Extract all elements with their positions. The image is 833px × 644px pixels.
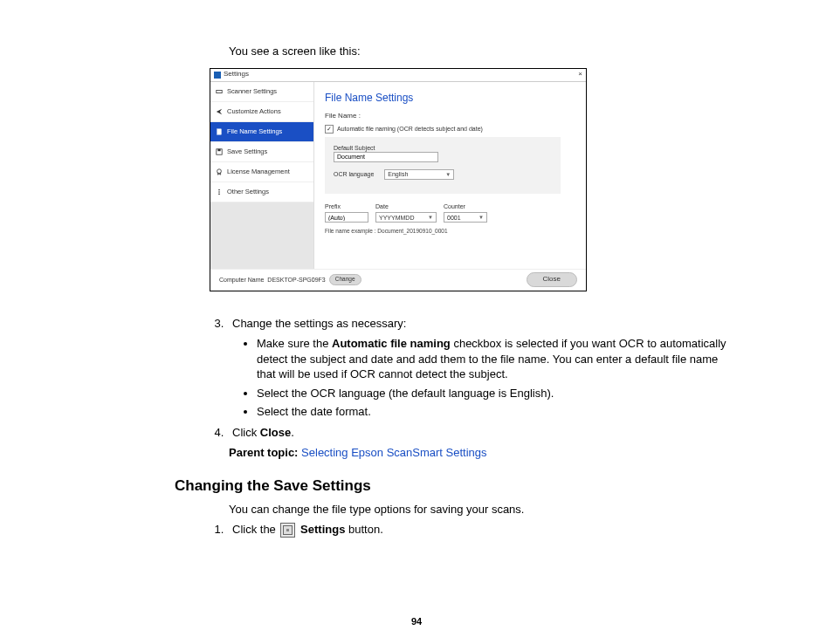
parent-topic-link[interactable]: Selecting Epson ScanSmart Settings [301, 446, 486, 459]
section-heading-changing-save-settings: Changing the Save Settings [131, 476, 728, 497]
ocr-language-value: English [388, 170, 408, 178]
auto-naming-checkbox[interactable]: ✓ [325, 125, 334, 134]
prefix-label: Prefix [325, 202, 368, 210]
computer-name-label: Computer Name [219, 276, 264, 284]
svg-point-6 [218, 191, 220, 193]
step-3-bullet-1: Make sure the Automatic file naming chec… [257, 336, 728, 382]
send-icon [216, 108, 223, 115]
save-icon [216, 148, 223, 155]
counter-select[interactable]: 0001 ▼ [444, 212, 487, 223]
settings-gear-icon [280, 523, 295, 538]
app-logo-icon [214, 72, 221, 79]
auto-naming-options: Default Subject OCR language English ▼ [325, 137, 561, 194]
sidebar-item-label: Other Settings [227, 188, 269, 196]
svg-rect-0 [217, 90, 222, 92]
computer-name-value: DESKTOP-SPG09F3 [267, 276, 325, 284]
scanner-icon [216, 88, 223, 95]
svg-rect-1 [217, 129, 222, 134]
settings-main-panel: File Name Settings File Name : ✓ Automat… [314, 82, 586, 271]
sidebar-item-scanner-settings[interactable]: Scanner Settings [210, 82, 313, 102]
prefix-input[interactable] [325, 212, 368, 223]
step-3: Change the settings as necessary: Make s… [227, 316, 728, 420]
panel-heading: File Name Settings [325, 91, 575, 105]
step-4: Click Close. [227, 425, 728, 441]
chevron-down-icon: ▼ [428, 214, 433, 221]
default-subject-label: Default Subject [334, 144, 552, 152]
sidebar-item-label: Customize Actions [227, 107, 281, 116]
change-computer-name-button[interactable]: Change [329, 274, 361, 285]
sidebar-item-save-settings[interactable]: Save Settings [210, 142, 313, 162]
sidebar-item-label: License Management [227, 168, 290, 176]
settings-footer: Computer Name DESKTOP-SPG09F3 Change Clo… [210, 269, 586, 291]
chevron-down-icon: ▼ [478, 214, 484, 221]
more-icon [216, 188, 223, 195]
date-format-value: YYYYMMDD [379, 214, 414, 222]
svg-point-5 [218, 189, 220, 191]
ocr-language-select[interactable]: English ▼ [384, 169, 454, 180]
auto-naming-label: Automatic file naming (OCR detects subje… [337, 125, 483, 133]
step-3-bullet-2: Select the OCR language (the default lan… [257, 386, 728, 401]
svg-point-7 [218, 194, 220, 195]
step-1: Click the Settings button. [227, 522, 728, 538]
instruction-steps: Change the settings as necessary: Make s… [192, 316, 728, 441]
date-format-select[interactable]: YYYYMMDD ▼ [375, 212, 437, 223]
window-close-button[interactable]: × [578, 70, 582, 79]
chevron-down-icon: ▼ [445, 171, 451, 178]
step-3-bullet-3: Select the date format. [257, 404, 728, 420]
counter-label: Counter [444, 202, 487, 210]
license-icon [216, 168, 223, 175]
svg-rect-3 [217, 149, 220, 151]
step-3-lead: Change the settings as necessary: [232, 317, 406, 330]
window-titlebar: Settings × [210, 69, 586, 82]
date-label: Date [375, 202, 437, 210]
sidebar-item-label: File Name Settings [227, 127, 282, 136]
sidebar-item-customize-actions[interactable]: Customize Actions [210, 102, 313, 122]
sidebar-item-label: Save Settings [227, 147, 267, 156]
filename-label: File Name : [325, 112, 575, 121]
section-body: You can change the file type options for… [229, 502, 728, 517]
parent-topic-label: Parent topic: [229, 446, 298, 459]
default-subject-input[interactable] [334, 152, 438, 162]
sidebar-item-file-name-settings[interactable]: File Name Settings [210, 122, 313, 142]
ocr-language-label: OCR language [334, 170, 374, 178]
intro-text: You see a screen like this: [229, 44, 728, 59]
filename-example: File name example : Document_20190910_00… [325, 228, 575, 236]
settings-screenshot: Settings × Scanner Settings Customize Ac… [210, 68, 587, 291]
file-icon [216, 128, 223, 135]
sidebar-item-label: Scanner Settings [227, 87, 277, 96]
sidebar-item-license-management[interactable]: License Management [210, 162, 313, 182]
page-number: 94 [0, 615, 833, 628]
sidebar-empty-area [210, 202, 313, 270]
window-title: Settings [224, 70, 249, 79]
close-button[interactable]: Close [527, 272, 577, 287]
sidebar-item-other-settings[interactable]: Other Settings [210, 182, 313, 202]
counter-value: 0001 [447, 214, 461, 222]
instruction-steps-2: Click the Settings button. [192, 522, 728, 538]
parent-topic: Parent topic: Selecting Epson ScanSmart … [229, 445, 728, 461]
settings-sidebar: Scanner Settings Customize Actions File … [210, 82, 314, 271]
